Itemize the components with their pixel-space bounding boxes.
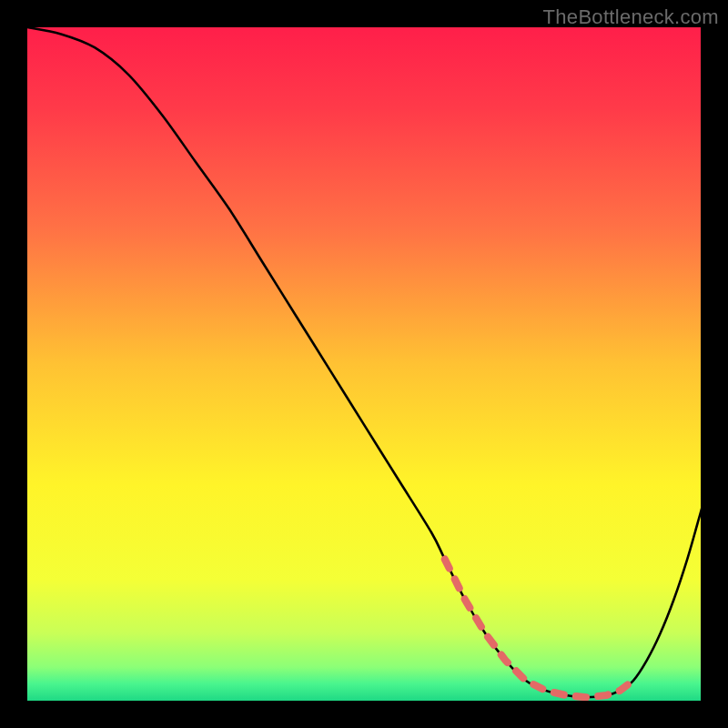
curve-layer [27,27,701,701]
watermark-text: TheBottleneck.com [543,5,719,29]
bottleneck-curve [27,27,701,697]
plot-area [27,27,701,701]
chart-frame: TheBottleneck.com [0,0,728,728]
optimal-range-marker [445,560,633,698]
